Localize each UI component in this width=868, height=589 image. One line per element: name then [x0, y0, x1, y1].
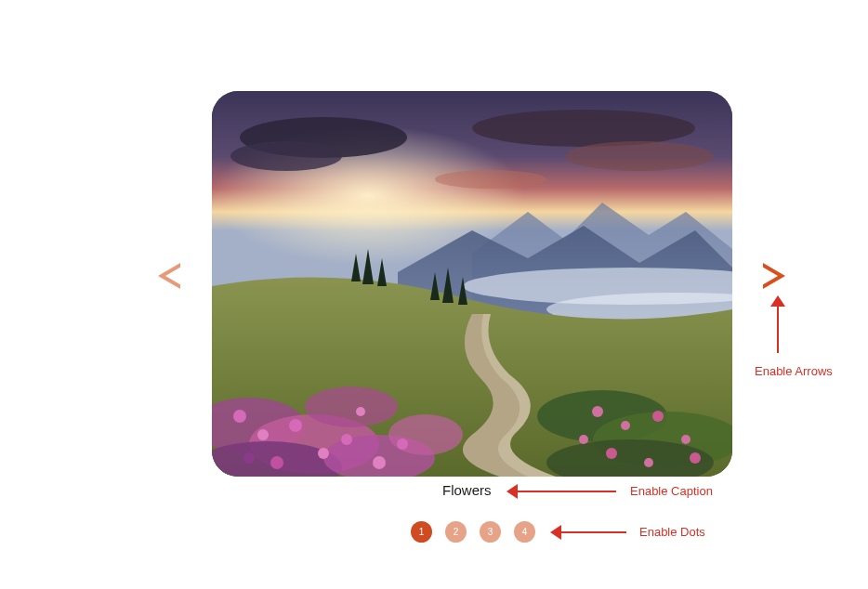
svg-point-27: [257, 429, 269, 440]
carousel-dot-4[interactable]: 4: [514, 521, 535, 543]
svg-point-23: [644, 458, 653, 467]
svg-point-29: [318, 448, 329, 459]
svg-point-19: [621, 421, 630, 430]
carousel-next-arrow[interactable]: [763, 263, 785, 289]
carousel-prev-arrow[interactable]: [158, 263, 180, 289]
annotation-enable-arrows: Enable Arrows: [755, 364, 833, 378]
svg-point-24: [690, 452, 701, 464]
svg-point-21: [681, 435, 690, 444]
svg-point-14: [388, 414, 463, 455]
annotation-arrow-line: [514, 491, 616, 492]
carousel-dot-2[interactable]: 2: [445, 521, 467, 543]
carousel-image: [212, 91, 732, 477]
svg-point-25: [579, 435, 588, 444]
svg-point-31: [341, 434, 352, 445]
annotation-arrow-line: [777, 301, 779, 353]
carousel-dots: 1 2 3 4: [411, 521, 535, 543]
svg-point-6: [435, 170, 546, 189]
annotation-enable-caption: Enable Caption: [630, 484, 713, 498]
svg-point-35: [243, 452, 255, 464]
annotation-arrow-line: [558, 531, 626, 533]
svg-point-28: [289, 419, 302, 432]
svg-point-3: [230, 141, 342, 171]
carousel-caption: Flowers: [442, 482, 492, 498]
svg-point-33: [397, 438, 408, 450]
svg-point-22: [606, 448, 617, 459]
svg-point-26: [233, 410, 246, 423]
annotation-enable-dots: Enable Dots: [639, 525, 705, 539]
svg-point-32: [373, 456, 386, 469]
svg-point-5: [565, 141, 714, 171]
svg-point-4: [472, 110, 695, 147]
svg-point-13: [305, 386, 398, 427]
svg-point-34: [356, 407, 365, 416]
svg-point-30: [270, 456, 283, 469]
svg-point-20: [652, 411, 664, 422]
carousel-dot-1[interactable]: 1: [411, 521, 432, 543]
svg-point-18: [592, 406, 603, 417]
carousel-dot-3[interactable]: 3: [480, 521, 501, 543]
